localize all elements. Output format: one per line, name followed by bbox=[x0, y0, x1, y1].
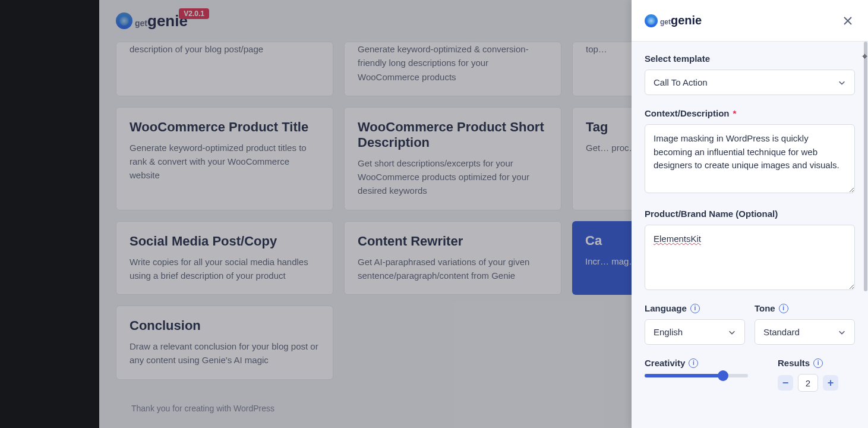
logo-get: get bbox=[660, 18, 671, 26]
panel-scrollbar[interactable] bbox=[863, 42, 868, 428]
panel-header: getgenie bbox=[632, 0, 868, 42]
creativity-field: Creativity i bbox=[645, 358, 768, 392]
tone-select[interactable]: Standard bbox=[755, 319, 855, 345]
logo-name: genie bbox=[671, 14, 702, 27]
chevron-down-icon bbox=[838, 328, 846, 336]
slider-thumb[interactable] bbox=[718, 370, 728, 381]
template-label: Select template bbox=[645, 54, 855, 64]
tone-field: Tone i Standard bbox=[755, 303, 855, 345]
increment-button[interactable]: + bbox=[823, 375, 838, 391]
label-text: Tone bbox=[755, 303, 775, 313]
results-field: Results i − + bbox=[778, 358, 855, 392]
panel-logo: getgenie bbox=[645, 14, 702, 27]
chevron-down-icon bbox=[728, 328, 736, 336]
wp-admin-sidebar bbox=[0, 0, 99, 428]
close-icon bbox=[843, 16, 853, 26]
language-select[interactable]: English bbox=[645, 319, 745, 345]
brand-label: Product/Brand Name (Optional) bbox=[645, 209, 855, 219]
results-label: Results i bbox=[778, 358, 855, 368]
panel-body: Select template Call To Action Context/D… bbox=[632, 42, 868, 428]
context-textarea[interactable] bbox=[645, 124, 855, 193]
info-icon[interactable]: i bbox=[779, 304, 788, 313]
decrement-button[interactable]: − bbox=[778, 375, 793, 391]
close-button[interactable] bbox=[841, 14, 855, 28]
creativity-label: Creativity i bbox=[645, 358, 768, 368]
template-field: Select template Call To Action bbox=[645, 54, 855, 95]
context-field: Context/Description * bbox=[645, 108, 855, 196]
label-text: Creativity bbox=[645, 358, 685, 368]
scrollbar-thumb[interactable] bbox=[864, 42, 867, 291]
label-text: Context/Description bbox=[645, 108, 730, 118]
info-icon[interactable]: i bbox=[813, 358, 823, 368]
label-text: Results bbox=[778, 358, 810, 368]
label-text: Language bbox=[645, 303, 687, 313]
info-icon[interactable]: i bbox=[689, 358, 698, 368]
brand-textarea[interactable]: ElementsKit bbox=[645, 225, 855, 290]
language-field: Language i English bbox=[645, 303, 745, 345]
panel-logo-text: getgenie bbox=[660, 14, 702, 27]
required-indicator: * bbox=[733, 108, 737, 118]
chevron-down-icon bbox=[838, 78, 846, 87]
results-input[interactable] bbox=[798, 374, 818, 392]
template-select[interactable]: Call To Action bbox=[645, 70, 855, 95]
brand-value: ElementsKit bbox=[654, 234, 701, 244]
language-value: English bbox=[654, 327, 683, 337]
language-label: Language i bbox=[645, 303, 745, 313]
slider-fill bbox=[645, 374, 723, 377]
creativity-slider[interactable] bbox=[645, 374, 748, 377]
info-icon[interactable]: i bbox=[690, 304, 700, 313]
cursor-icon: ⌖ bbox=[862, 51, 867, 62]
template-value: Call To Action bbox=[654, 77, 708, 87]
creativity-slider-wrap bbox=[645, 374, 768, 377]
generator-panel: getgenie Select template Call To Action … bbox=[632, 0, 868, 428]
brand-field: Product/Brand Name (Optional) ElementsKi… bbox=[645, 209, 855, 290]
results-stepper: − + bbox=[778, 374, 855, 392]
tone-label: Tone i bbox=[755, 303, 855, 313]
tone-value: Standard bbox=[763, 327, 800, 337]
context-label: Context/Description * bbox=[645, 108, 855, 118]
genie-logo-icon bbox=[645, 14, 658, 27]
